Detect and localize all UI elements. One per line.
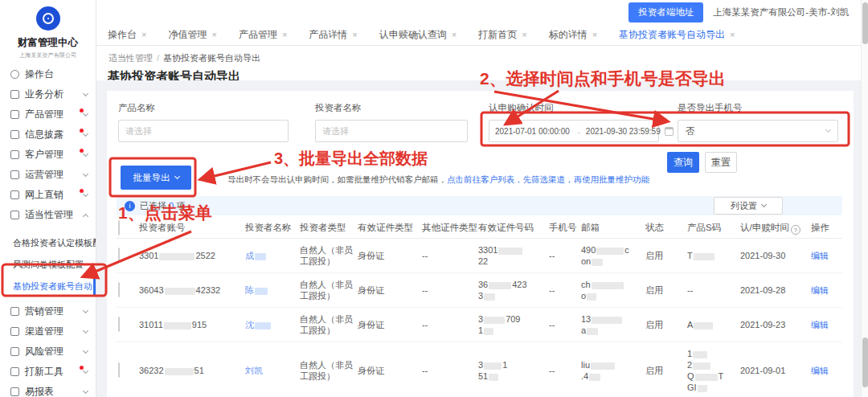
date-end[interactable]: 2021-09-30 23:59:59 <box>586 127 661 136</box>
range-separator: → <box>574 127 582 136</box>
cell-status: 启用 <box>645 365 687 376</box>
date-start[interactable]: 2021-07-01 00:00:00 <box>495 127 570 136</box>
tab-label: 产品管理 <box>239 28 277 42</box>
select-all-checkbox[interactable] <box>118 220 120 235</box>
tab-bar: 操作台×净值管理×产品管理×产品详情×认申赎确认查询×打新首页×标的详情×基协投… <box>96 24 868 46</box>
column-settings-button[interactable]: 列设置 <box>714 197 783 215</box>
sidebar-item-analysis[interactable]: 业务分析 <box>0 84 96 104</box>
column-header-phone: 手机号 <box>549 222 581 234</box>
reset-button[interactable]: 重置 <box>705 152 737 173</box>
sidebar-subitem[interactable]: 合格投资者认定模板配置 <box>0 232 96 254</box>
row-checkbox[interactable] <box>118 362 120 378</box>
tab-close-icon[interactable]: × <box>211 30 216 39</box>
batch-export-button[interactable]: 批量导出 <box>121 166 191 190</box>
tab-8[interactable]: 基协投资者账号自动导出× <box>619 28 735 42</box>
tab-close-icon[interactable]: × <box>730 30 735 39</box>
breadcrumb-parent[interactable]: 适当性管理 <box>108 53 153 63</box>
table-row: 3623251刘凯自然人（非员工跟投）身份证--3151--liu.4启用12Q… <box>117 342 842 397</box>
redacted-block <box>694 322 713 329</box>
edit-link[interactable]: 编辑 <box>811 251 829 260</box>
sidebar-item-suitability[interactable]: 适当性管理 <box>0 205 96 225</box>
cell-id_type: 身份证 <box>358 319 422 330</box>
customer-icon <box>10 150 19 159</box>
tab-close-icon[interactable]: × <box>522 30 526 39</box>
online-sales-icon <box>10 190 19 199</box>
channel-icon <box>10 327 19 336</box>
sidebar-item-label: 操作台 <box>25 68 88 81</box>
chevron-down-icon <box>825 127 831 133</box>
export-note: 导出时不会导出认申购时间，如需批量维护代销客户邮箱，点击前往客户列表，先筛选渠道… <box>227 174 649 186</box>
sidebar-subitem[interactable]: 基协投资者账号自动导出 <box>0 276 96 297</box>
sidebar-item-customer[interactable]: 客户管理 <box>0 145 96 165</box>
sidebar-item-report[interactable]: 易报表 <box>0 382 96 397</box>
sidebar-item-ipo-tool[interactable]: 打新工具 <box>0 362 96 382</box>
topbar: 投资者端地址 上海某某资产有限公司-美市-刘凯 <box>96 0 868 24</box>
product-icon <box>10 110 19 119</box>
tab-3[interactable]: 产品管理× <box>239 28 287 42</box>
product-name-input[interactable] <box>118 120 289 142</box>
dashboard-icon <box>10 70 19 79</box>
risk-icon <box>10 347 19 356</box>
redacted-block <box>693 362 710 370</box>
chevron-down-icon <box>83 90 88 96</box>
investor-portal-button[interactable]: 投资者端地址 <box>628 2 703 23</box>
column-header-other: 其他证件类型 <box>422 222 478 234</box>
row-checkbox[interactable] <box>118 248 120 263</box>
calendar-icon[interactable] <box>665 127 674 136</box>
tab-close-icon[interactable]: × <box>141 30 146 39</box>
edit-link[interactable]: 编辑 <box>811 366 829 375</box>
tab-5[interactable]: 认申赎确认查询× <box>379 28 457 42</box>
export-phone-select[interactable]: 否 <box>678 120 838 142</box>
row-checkbox[interactable] <box>118 317 120 332</box>
chevron-down-icon <box>83 367 88 373</box>
cell-time: 2021-09-23 <box>740 319 811 330</box>
tab-label: 操作台 <box>108 28 137 42</box>
note-link[interactable]: 点击前往客户列表，先筛选渠道，再使用批量维护功能 <box>447 174 649 184</box>
tab-close-icon[interactable]: × <box>352 30 357 39</box>
edit-link[interactable]: 编辑 <box>811 285 829 295</box>
disclosure-icon <box>10 130 19 139</box>
investor-name-input[interactable] <box>315 120 468 142</box>
tab-label: 打新首页 <box>478 28 517 42</box>
cell-id_type: 身份证 <box>358 250 422 261</box>
sidebar-item-marketing[interactable]: 营销管理 <box>0 301 96 321</box>
sidebar-item-label: 渠道管理 <box>25 325 84 338</box>
tab-4[interactable]: 产品详情× <box>309 28 357 42</box>
edit-link[interactable]: 编辑 <box>811 320 829 329</box>
sidebar-item-channel[interactable]: 渠道管理 <box>0 321 96 342</box>
cell-account: 33012522 <box>139 250 245 261</box>
scrollbar-thumb[interactable] <box>862 338 868 387</box>
sidebar-item-online-sales[interactable]: 网上直销 <box>0 185 96 205</box>
help-icon[interactable]: ? <box>791 225 800 235</box>
column-header-id_type: 有效证件类型 <box>358 222 422 234</box>
sidebar-item-label: 适当性管理 <box>25 208 84 222</box>
tab-7[interactable]: 标的详情× <box>549 28 597 42</box>
tab-close-icon[interactable]: × <box>592 30 597 39</box>
scrollbar-thumb[interactable] <box>862 2 868 44</box>
tab-6[interactable]: 打新首页× <box>478 28 526 42</box>
cell-other: -- <box>422 284 478 296</box>
tab-label: 净值管理 <box>168 28 207 42</box>
cell-id_no: 37091 <box>478 313 549 336</box>
date-range-picker[interactable]: 2021-07-01 00:00:00 → 2021-09-30 23:59:5… <box>489 120 659 142</box>
selection-prefix: 已选择 <box>140 200 166 212</box>
row-checkbox[interactable] <box>118 282 120 297</box>
tab-2[interactable]: 净值管理× <box>168 28 216 42</box>
tab-1[interactable]: 操作台× <box>108 28 146 42</box>
chevron-up-icon <box>83 213 88 219</box>
sidebar-item-risk[interactable]: 风险管理 <box>0 342 96 362</box>
tab-close-icon[interactable]: × <box>452 30 457 39</box>
cell-s_code: -- <box>687 284 740 296</box>
search-button[interactable]: 查询 <box>667 152 699 173</box>
sidebar-item-disclosure[interactable]: 信息披露 <box>0 125 96 145</box>
column-header-s_code: 产品S码 <box>687 222 740 234</box>
sidebar-subitem[interactable]: 风测问卷模板配置 <box>0 254 96 276</box>
cell-status: 启用 <box>645 250 687 261</box>
sidebar-item-dashboard[interactable]: 操作台 <box>0 64 96 84</box>
sidebar-item-product[interactable]: 产品管理 <box>0 104 96 125</box>
column-header-account: 投资者账号 <box>139 222 245 234</box>
filter-label: 是否导出手机号 <box>678 102 838 114</box>
sidebar-item-operation[interactable]: 运营管理 <box>0 165 96 185</box>
tab-close-icon[interactable]: × <box>282 30 287 39</box>
redacted-block <box>498 248 522 255</box>
